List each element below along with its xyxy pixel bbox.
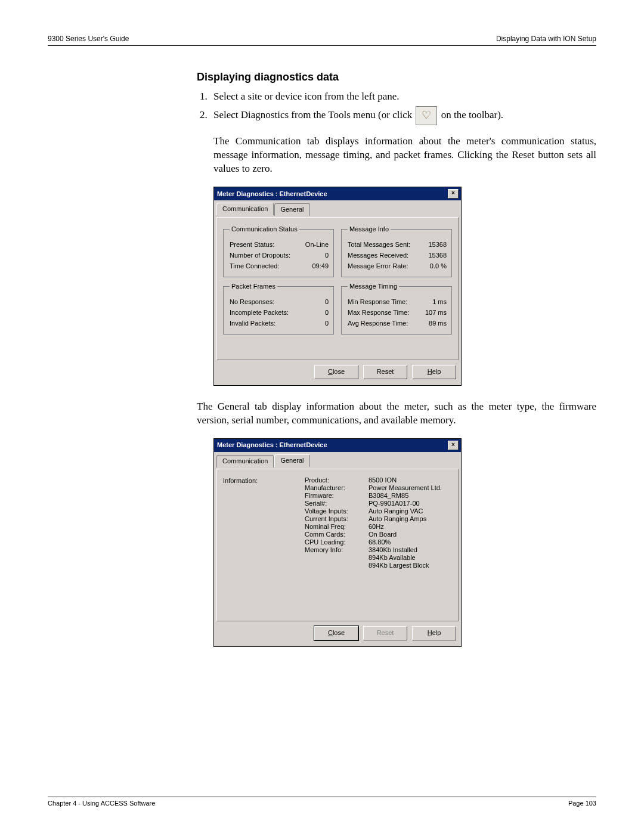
group-comm-status: Communication Status Present Status:On-L… bbox=[223, 225, 334, 277]
group-message-info: Message Info Total Messages Sent:15368 M… bbox=[341, 225, 452, 277]
legend-message-timing: Message Timing bbox=[348, 282, 399, 291]
time-connected-value: 09:49 bbox=[294, 261, 329, 271]
tab-panel-general: Information: Product:Manufacturer:Firmwa… bbox=[216, 469, 459, 621]
avg-response-value: 89 ms bbox=[412, 318, 447, 328]
page-header: 9300 Series User's Guide Displaying Data… bbox=[48, 35, 596, 46]
info-value: Power Measurement Ltd. bbox=[369, 484, 452, 492]
info-key: Current Inputs: bbox=[305, 515, 355, 523]
present-status-label: Present Status: bbox=[230, 240, 294, 249]
tab-strip: Communication General bbox=[214, 452, 461, 467]
error-rate-value: 0.0 % bbox=[412, 261, 447, 271]
info-key: Comm Cards: bbox=[305, 531, 355, 538]
step-2: Select Diagnostics from the Tools menu (… bbox=[210, 106, 596, 125]
error-rate-label: Message Error Rate: bbox=[348, 261, 412, 271]
dialog-title: Meter Diagnostics : EthernetDevice bbox=[217, 441, 327, 450]
tab-communication[interactable]: Communication bbox=[216, 455, 274, 467]
paragraph-comm: The Communication tab displays informati… bbox=[213, 135, 596, 176]
close-icon[interactable]: × bbox=[448, 441, 459, 450]
step-2-text-a: Select Diagnostics from the Tools menu (… bbox=[213, 109, 412, 120]
info-value: Auto Ranging Amps bbox=[369, 515, 452, 523]
step-1: Select a site or device icon from the le… bbox=[210, 90, 596, 104]
messages-sent-value: 15368 bbox=[412, 240, 447, 249]
diagnostics-toolbar-icon: ♡ bbox=[416, 106, 437, 125]
avg-response-label: Avg Response Time: bbox=[348, 318, 412, 328]
meter-diagnostics-dialog-comm: Meter Diagnostics : EthernetDevice × Com… bbox=[213, 187, 462, 386]
button-row: Close Reset Help bbox=[214, 360, 461, 385]
reset-button: Reset bbox=[363, 626, 407, 640]
information-label: Information: bbox=[223, 476, 280, 485]
help-button[interactable]: Help bbox=[412, 626, 456, 640]
min-response-label: Min Response Time: bbox=[348, 297, 412, 306]
info-key: Serial#: bbox=[305, 500, 355, 507]
info-keys-column: Product:Manufacturer:Firmware:Serial#:Vo… bbox=[305, 476, 355, 569]
close-button[interactable]: Close bbox=[314, 365, 358, 379]
button-row: Close Reset Help bbox=[214, 621, 461, 646]
no-responses-label: No Responses: bbox=[230, 297, 294, 306]
meter-diagnostics-dialog-general: Meter Diagnostics : EthernetDevice × Com… bbox=[213, 438, 462, 647]
close-icon[interactable]: × bbox=[448, 189, 459, 199]
reset-button[interactable]: Reset bbox=[363, 365, 407, 379]
group-packet-frames: Packet Frames No Responses:0 Incomplete … bbox=[223, 282, 334, 335]
tab-panel-communication: Communication Status Present Status:On-L… bbox=[216, 217, 459, 360]
section-title: Displaying diagnostics data bbox=[197, 70, 596, 84]
legend-message-info: Message Info bbox=[348, 225, 391, 234]
info-key: CPU Loading: bbox=[305, 538, 355, 546]
stethoscope-icon: ♡ bbox=[422, 109, 431, 121]
info-value: On Board bbox=[369, 531, 452, 538]
info-value: 3840Kb Installed bbox=[369, 546, 452, 554]
info-value: 894Kb Largest Block bbox=[369, 562, 452, 569]
close-button[interactable]: Close bbox=[314, 626, 358, 640]
info-key: Memory Info: bbox=[305, 546, 355, 554]
paragraph-general: The General tab display information abou… bbox=[197, 400, 596, 428]
page-footer: Chapter 4 - Using ACCESS Software Page 1… bbox=[48, 797, 596, 807]
present-status-value: On-Line bbox=[294, 240, 329, 249]
header-left: 9300 Series User's Guide bbox=[48, 35, 129, 43]
info-value: 8500 ION bbox=[369, 476, 452, 484]
info-value: 68.80% bbox=[369, 538, 452, 546]
messages-sent-label: Total Messages Sent: bbox=[348, 240, 412, 249]
info-value: 894Kb Available bbox=[369, 554, 452, 562]
time-connected-label: Time Connected: bbox=[230, 261, 294, 271]
header-right: Displaying Data with ION Setup bbox=[496, 35, 596, 43]
info-value: PQ-9901A017-00 bbox=[369, 500, 452, 507]
info-value: 60Hz bbox=[369, 523, 452, 531]
info-value: Auto Ranging VAC bbox=[369, 507, 452, 515]
invalid-packets-value: 0 bbox=[294, 318, 329, 328]
help-button[interactable]: Help bbox=[412, 365, 456, 379]
dialog-title: Meter Diagnostics : EthernetDevice bbox=[217, 190, 327, 199]
incomplete-packets-value: 0 bbox=[294, 308, 329, 317]
tab-general[interactable]: General bbox=[274, 454, 309, 467]
legend-comm-status: Communication Status bbox=[230, 225, 299, 234]
footer-right: Page 103 bbox=[568, 800, 596, 807]
tab-general[interactable]: General bbox=[274, 203, 309, 216]
step-2-text-b: on the toolbar). bbox=[441, 109, 503, 120]
dropouts-label: Number of Dropouts: bbox=[230, 250, 294, 260]
messages-received-label: Messages Received: bbox=[348, 250, 412, 260]
group-message-timing: Message Timing Min Response Time:1 ms Ma… bbox=[341, 282, 452, 335]
legend-packet-frames: Packet Frames bbox=[230, 282, 277, 291]
dropouts-value: 0 bbox=[294, 250, 329, 260]
info-key: Manufacturer: bbox=[305, 484, 355, 492]
titlebar: Meter Diagnostics : EthernetDevice × bbox=[214, 187, 461, 200]
titlebar: Meter Diagnostics : EthernetDevice × bbox=[214, 439, 461, 452]
tab-strip: Communication General bbox=[214, 200, 461, 215]
incomplete-packets-label: Incomplete Packets: bbox=[230, 308, 294, 317]
info-key: Product: bbox=[305, 476, 355, 484]
info-key: Nominal Freq: bbox=[305, 523, 355, 531]
tab-communication[interactable]: Communication bbox=[216, 203, 274, 215]
footer-left: Chapter 4 - Using ACCESS Software bbox=[48, 800, 155, 807]
min-response-value: 1 ms bbox=[412, 297, 447, 306]
info-value: B3084_RM85 bbox=[369, 492, 452, 500]
info-values-column: 8500 IONPower Measurement Ltd.B3084_RM85… bbox=[369, 476, 452, 569]
info-key: Voltage Inputs: bbox=[305, 507, 355, 515]
max-response-label: Max Response Time: bbox=[348, 308, 412, 317]
no-responses-value: 0 bbox=[294, 297, 329, 306]
messages-received-value: 15368 bbox=[412, 250, 447, 260]
max-response-value: 107 ms bbox=[412, 308, 447, 317]
invalid-packets-label: Invalid Packets: bbox=[230, 318, 294, 328]
info-key: Firmware: bbox=[305, 492, 355, 500]
steps-list: Select a site or device icon from the le… bbox=[197, 90, 596, 125]
